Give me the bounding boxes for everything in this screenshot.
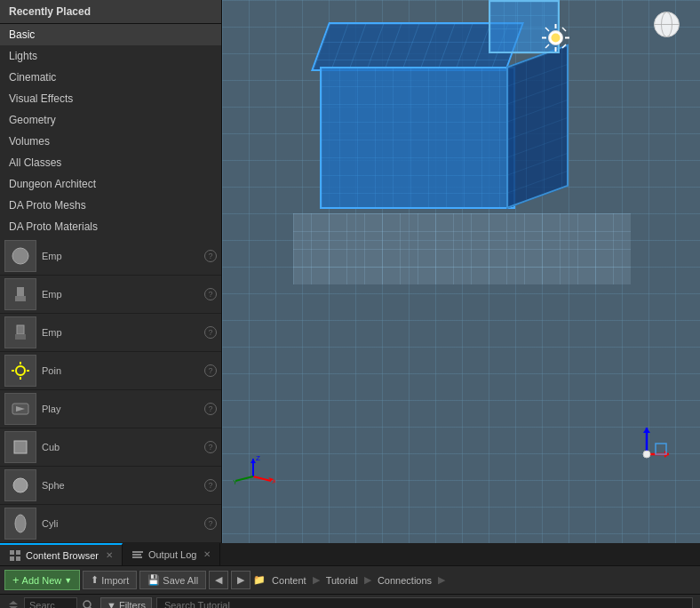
svg-rect-49 [132, 556, 142, 558]
breadcrumb-sep-1: ▶ [313, 574, 320, 586]
list-item[interactable]: Cub ? [0, 428, 221, 467]
sidebar-header: Recently Placed [0, 0, 221, 24]
svg-point-14 [15, 515, 26, 532]
sidebar-item-basic[interactable]: Basic [0, 24, 221, 45]
save-all-button[interactable]: 💾 Save All [139, 571, 206, 589]
sidebar-item-da-proto-materials[interactable]: DA Proto Materials [0, 216, 221, 237]
item-icon [4, 431, 36, 463]
tab-output-log[interactable]: Output Log ✕ [123, 543, 220, 565]
viewport: X Z Y [222, 0, 700, 543]
content-browser-icon [9, 549, 21, 562]
sidebar-item-cinematic[interactable]: Cinematic [0, 67, 221, 88]
sidebar-item-volumes[interactable]: Volumes [0, 131, 221, 152]
list-item[interactable]: Emp ? [0, 314, 221, 352]
add-new-button[interactable]: + Add New ▼ [4, 570, 80, 590]
item-info-icon[interactable]: ? [204, 288, 217, 300]
svg-line-29 [253, 476, 271, 481]
sun-icon [540, 22, 571, 53]
forward-button[interactable]: ▶ [231, 571, 251, 589]
back-button[interactable]: ◀ [209, 571, 228, 589]
sidebar-item-lights[interactable]: Lights [0, 45, 221, 67]
import-button[interactable]: ⬆ Import [83, 571, 137, 589]
svg-rect-43 [10, 550, 14, 555]
sidebar: Recently Placed Basic Lights Cinematic V… [0, 0, 222, 543]
svg-rect-44 [16, 550, 20, 555]
svg-rect-47 [132, 551, 143, 553]
item-icon [4, 316, 36, 348]
item-info-icon[interactable]: ? [204, 403, 217, 415]
sidebar-item-all-classes[interactable]: All Classes [0, 152, 221, 173]
svg-line-24 [562, 44, 566, 48]
item-icon [4, 240, 36, 272]
svg-text:Z: Z [256, 454, 260, 462]
tab-close-output-log[interactable]: ✕ [203, 549, 211, 559]
list-item[interactable]: Emp ? [0, 237, 221, 276]
bottom-section: Content Browser ✕ Output Log ✕ + Add New… [0, 543, 700, 608]
sidebar-item-geometry[interactable]: Geometry [0, 109, 221, 131]
svg-text:Y: Y [233, 478, 238, 486]
svg-line-35 [235, 476, 253, 481]
tree-search-input[interactable] [24, 597, 77, 608]
coordinate-gizmo: X Z Y [231, 454, 275, 499]
svg-point-41 [643, 451, 650, 458]
svg-text:X: X [272, 477, 275, 485]
svg-line-21 [545, 28, 549, 31]
breadcrumb-sep-3: ▶ [438, 574, 445, 586]
item-icon [4, 508, 36, 540]
search-bar: ▼ Filters [0, 595, 700, 608]
breadcrumb-folder-icon: 📁 [253, 574, 266, 586]
breadcrumb: 📁 Content ▶ Tutorial ▶ Connections ▶ [253, 573, 696, 588]
scene-box [293, 18, 631, 284]
main-search-input[interactable] [156, 597, 693, 608]
tab-bar: Content Browser ✕ Output Log ✕ [0, 543, 700, 566]
search-tree-icon [82, 599, 94, 608]
list-item[interactable]: Play ? [0, 390, 221, 428]
tab-content-browser[interactable]: Content Browser ✕ [0, 543, 123, 565]
svg-line-23 [545, 44, 549, 48]
item-info-icon[interactable]: ? [204, 250, 217, 262]
filter-icon: ▼ [107, 600, 116, 608]
svg-rect-48 [132, 554, 141, 556]
item-icon [4, 355, 36, 387]
item-info-icon[interactable]: ? [204, 364, 217, 377]
item-info-icon[interactable]: ? [204, 441, 217, 453]
list-item[interactable]: Poin ? [0, 352, 221, 390]
svg-point-16 [552, 34, 561, 43]
item-info-icon[interactable]: ? [204, 326, 217, 339]
breadcrumb-connections[interactable]: Connections [374, 573, 435, 588]
svg-rect-12 [14, 441, 27, 453]
svg-rect-3 [17, 325, 24, 334]
search-left [7, 597, 96, 608]
svg-rect-4 [15, 334, 26, 340]
list-item[interactable]: Emp ? [0, 276, 221, 314]
sidebar-item-dungeon-architect[interactable]: Dungeon Architect [0, 173, 221, 195]
toolbar: + Add New ▼ ⬆ Import 💾 Save All ◀ ▶ 📁 Co… [0, 566, 700, 595]
breadcrumb-content[interactable]: Content [268, 573, 310, 588]
filters-button[interactable]: ▼ Filters [100, 597, 152, 608]
plus-icon: + [12, 573, 20, 587]
svg-point-52 [84, 601, 91, 608]
breadcrumb-sep-2: ▶ [364, 574, 371, 586]
svg-point-5 [16, 366, 25, 375]
item-info-icon[interactable]: ? [204, 517, 217, 530]
svg-line-22 [562, 28, 566, 31]
breadcrumb-tutorial[interactable]: Tutorial [322, 573, 362, 588]
list-item[interactable]: Sphe ? [0, 467, 221, 505]
import-icon: ⬆ [91, 574, 99, 586]
tab-close-content-browser[interactable]: ✕ [106, 550, 113, 560]
save-icon: 💾 [147, 574, 160, 586]
svg-rect-2 [15, 296, 26, 301]
list-item[interactable]: Cyli ? [0, 505, 221, 543]
sidebar-item-visual-effects[interactable]: Visual Effects [0, 88, 221, 109]
output-log-icon [131, 548, 144, 561]
svg-marker-40 [643, 428, 650, 433]
svg-point-0 [12, 248, 28, 264]
item-info-icon[interactable]: ? [204, 479, 217, 492]
expand-icon [7, 599, 20, 608]
transform-gizmo [620, 419, 673, 490]
svg-rect-46 [16, 556, 20, 561]
svg-marker-50 [9, 601, 18, 604]
sidebar-items-list: Basic Lights Cinematic Visual Effects Ge… [0, 24, 221, 543]
svg-rect-45 [10, 556, 14, 561]
sidebar-item-da-proto-meshs[interactable]: DA Proto Meshs [0, 195, 221, 216]
